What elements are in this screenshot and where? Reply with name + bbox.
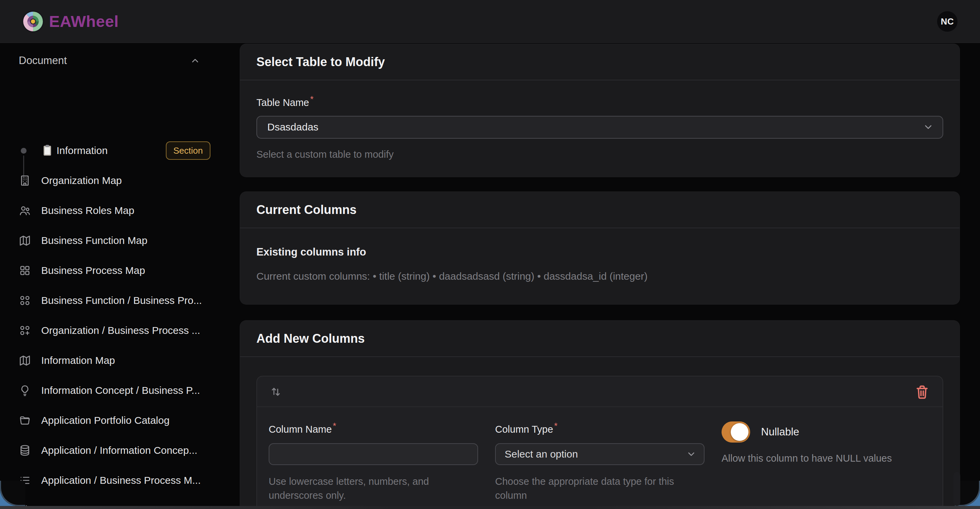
sidebar-item-organization-business-process[interactable]: Organization / Business Process ... [0,316,225,345]
required-marker: * [332,421,336,431]
nullable-label: Nullable [761,426,799,438]
column-type-select[interactable]: Select an option [495,443,705,465]
map-icon [19,235,31,247]
database-icon [19,444,31,456]
brand[interactable]: EAWheel [22,10,119,33]
circles-icon [19,294,31,306]
column-editor-card: Column Name* Use lowercase letters, numb… [256,376,943,509]
sidebar-item-business-function-business-pro[interactable]: Business Function / Business Pro... [0,286,225,316]
nullable-helper: Allow this column to have NULL values [722,453,931,464]
sidebar: Document Information Section Organizatio… [0,43,225,509]
sidebar-item-label: Business Function Map [41,235,148,246]
lightbulb-icon [19,384,31,397]
sidebar-item-application-business-process-m[interactable]: Application / Business Process M... [0,465,225,495]
sidebar-item-label: Application / Information Concep... [41,445,197,456]
users-icon [19,204,31,217]
sidebar-item-list: Information Section Organization Map Bus… [0,136,225,509]
sidebar-item-label: Organization Map [41,175,122,187]
brand-name: EAWheel [49,12,119,31]
squares-icon [19,264,31,277]
sort-reorder-icon[interactable] [269,385,282,398]
timeline-dot [21,148,27,154]
existing-columns-info-label: Existing columns info [256,246,943,258]
existing-columns-info-text: Current custom columns: • title (string)… [256,271,943,282]
sidebar-item-label: Business Roles Map [41,205,134,216]
sidebar-item-organization-map[interactable]: Organization Map [0,166,225,196]
sidebar-item-label: Business Process Map [41,265,145,276]
table-name-label: Table Name* [256,94,943,109]
chevron-down-icon [923,121,934,132]
sidebar-item-business-process-map[interactable]: Business Process Map [0,255,225,286]
current-columns-card: Current Columns Existing columns info Cu… [240,192,959,304]
sidebar-section-document[interactable]: Document [0,43,225,78]
bottom-edge-strip [0,506,980,509]
column-type-field-group: Column Type* Select an option Choose the… [495,421,705,503]
clipboard-icon [42,144,52,157]
nullable-field-group: Nullable Allow this column to have NULL … [722,421,931,503]
column-name-input[interactable] [269,443,478,465]
sidebar-item-label: Information [57,145,108,156]
add-new-columns-card-title: Add New Columns [256,332,365,346]
eawheel-logo-icon [22,10,44,33]
corner-accent-left [0,481,25,506]
column-name-field-group: Column Name* Use lowercase letters, numb… [269,421,478,503]
nullable-toggle[interactable] [722,421,750,442]
current-columns-card-title: Current Columns [256,203,356,217]
sidebar-item-application-portfolio-catalog[interactable]: Application Portfolio Catalog [0,405,225,436]
folder-icon [19,414,31,426]
map-icon [19,354,31,367]
top-bar: EAWheel NC [0,0,980,43]
column-name-helper: Use lowercase letters, numbers, and unde… [269,475,478,503]
required-marker: * [310,94,313,104]
circles-plus-icon [19,324,31,337]
sidebar-item-business-function-map[interactable]: Business Function Map [0,225,225,255]
column-name-label: Column Name* [269,421,478,435]
building-icon [19,174,31,187]
sidebar-item-information-map[interactable]: Information Map [0,345,225,375]
delete-column-button[interactable] [915,385,929,400]
table-name-select[interactable]: Dsasdadas [256,116,943,139]
sidebar-item-information[interactable]: Information Section [0,136,225,166]
sidebar-item-information-concept-business-p[interactable]: Information Concept / Business P... [0,375,225,405]
required-marker: * [554,421,557,431]
sidebar-item-label: Business Function / Business Pro... [41,295,202,306]
toggle-knob [731,423,748,441]
column-type-helper: Choose the appropriate data type for thi… [495,475,705,503]
sidebar-item-label: Application / Business Process M... [41,475,201,486]
sidebar-item-label: Information Concept / Business P... [41,385,200,396]
add-new-columns-card: Add New Columns Column Name* Use lowerca… [240,321,959,509]
sidebar-item-application-information-concep[interactable]: Application / Information Concep... [0,436,225,465]
select-table-card: Select Table to Modify Table Name* Dsasd… [240,44,959,177]
chevron-down-icon [686,449,696,459]
sidebar-item-business-roles-map[interactable]: Business Roles Map [0,196,225,225]
vertical-scrollbar-thumb[interactable] [953,472,960,506]
table-name-helper: Select a custom table to modify [256,147,943,161]
section-badge: Section [166,141,210,160]
select-table-card-title: Select Table to Modify [256,55,385,69]
sidebar-item-label: Organization / Business Process ... [41,325,200,336]
table-name-select-value: Dsasdadas [267,121,318,133]
user-avatar[interactable]: NC [937,11,958,32]
sidebar-item-label: Application Portfolio Catalog [41,415,170,426]
main-content: Select Table to Modify Table Name* Dsasd… [240,43,959,509]
document-section-label: Document [19,54,67,67]
column-type-label: Column Type* [495,421,705,435]
chevron-up-icon[interactable] [190,56,200,66]
sidebar-item-label: Information Map [41,355,115,366]
column-type-select-value: Select an option [504,448,578,460]
